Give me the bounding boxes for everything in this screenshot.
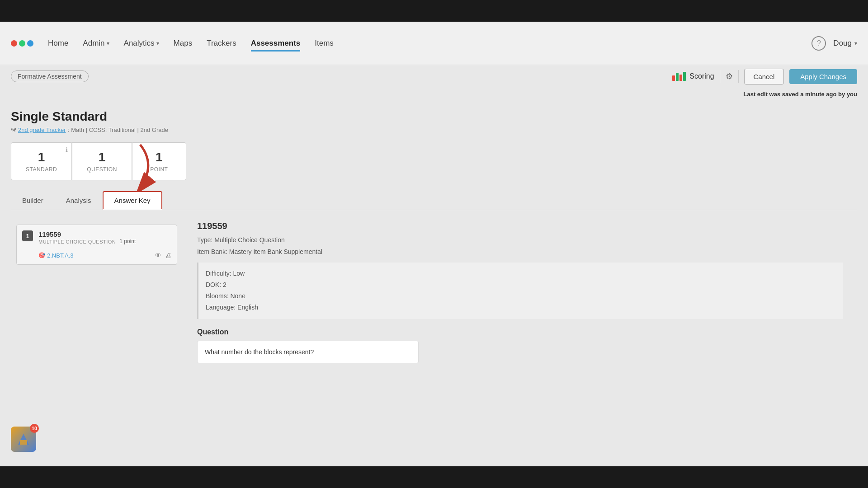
meta-details: Math | CCSS: Traditional | 2nd Grade	[71, 127, 168, 133]
detail-item-bank: Item Bank: Mastery Item Bank Supplementa…	[197, 247, 843, 257]
content-area: 1 119559 MULTIPLE CHOICE QUESTION 1 poin…	[11, 210, 857, 374]
scoring-button[interactable]: Scoring	[672, 72, 714, 81]
bar-1	[672, 75, 675, 81]
bar-3	[679, 75, 682, 81]
question-details: 119559 MULTIPLE CHOICE QUESTION 1 point …	[38, 230, 171, 259]
question-list: 1 119559 MULTIPLE CHOICE QUESTION 1 poin…	[11, 210, 183, 374]
info-icon[interactable]: ℹ	[66, 146, 68, 153]
user-button[interactable]: Doug ▾	[833, 39, 857, 48]
tabs-bar: Builder Analysis Answer Key	[11, 191, 857, 210]
tracker-icon: 🗺	[11, 127, 16, 133]
nav-items: Home Admin ▾ Analytics ▾ Maps Trackers A…	[48, 35, 811, 52]
scoring-label: Scoring	[689, 72, 714, 80]
widget-svg	[16, 432, 31, 446]
last-edit-highlight: a minute ago	[800, 91, 836, 98]
nav-home[interactable]: Home	[48, 35, 68, 52]
svg-rect-2	[20, 440, 27, 445]
nav-right: ? Doug ▾	[811, 36, 857, 51]
question-box: What number do the blocks represent?	[197, 341, 419, 363]
breadcrumb-right: Scoring ⚙ Cancel Apply Changes	[672, 69, 857, 84]
last-edit-bar: Last edit was saved a minute ago by you	[0, 88, 868, 100]
page-title: Single Standard	[11, 109, 857, 124]
widget-badge: 10	[30, 424, 39, 433]
user-chevron-icon: ▾	[854, 40, 857, 47]
bottom-black-bar	[0, 466, 868, 488]
nav-items[interactable]: Items	[315, 35, 334, 52]
detail-dok: DOK: 2	[206, 279, 835, 291]
detail-blooms: Blooms: None	[206, 291, 835, 302]
divider-2	[738, 70, 739, 83]
eye-icon[interactable]: 👁	[155, 252, 161, 259]
question-points: 1 point	[119, 238, 136, 244]
tab-answer-key[interactable]: Answer Key	[103, 191, 162, 210]
stat-label-standard: STANDARD	[26, 166, 57, 173]
apply-changes-button[interactable]: Apply Changes	[789, 69, 857, 84]
stat-point: 1 POINT	[132, 142, 186, 180]
logo-dot-red	[11, 40, 17, 47]
stat-number-question: 1	[87, 150, 117, 164]
bar-4	[683, 72, 686, 81]
cancel-button[interactable]: Cancel	[744, 69, 784, 84]
question-detail: 119559 Type: Multiple Choice Question It…	[183, 210, 857, 374]
stat-label-point: POINT	[147, 166, 171, 173]
top-black-bar	[0, 0, 868, 22]
tab-analysis[interactable]: Analysis	[55, 192, 103, 209]
detail-language: Language: English	[206, 302, 835, 313]
nav-admin[interactable]: Admin ▾	[83, 35, 109, 52]
tracker-link[interactable]: 2nd grade Tracker	[18, 127, 66, 133]
question-actions: 👁 🖨	[155, 252, 171, 259]
detail-type: Type: Multiple Choice Question	[197, 235, 843, 245]
question-number: 1	[22, 230, 33, 241]
breadcrumb-tag[interactable]: Formative Assessment	[11, 70, 89, 82]
detail-id: 119559	[197, 221, 843, 231]
logo-dot-green	[19, 40, 25, 47]
meta-separator: :	[68, 127, 70, 133]
navbar: Home Admin ▾ Analytics ▾ Maps Trackers A…	[0, 22, 868, 65]
logo[interactable]	[11, 40, 33, 47]
question-section-title: Question	[197, 328, 843, 336]
stat-label-question: QUESTION	[87, 166, 117, 173]
divider-1	[720, 70, 720, 83]
last-edit-text: Last edit was saved a minute ago by you	[744, 91, 857, 98]
stat-number-standard: 1	[26, 150, 57, 164]
question-id: 119559	[38, 230, 171, 238]
logo-dot-blue	[27, 40, 33, 47]
scoring-bars	[672, 72, 686, 81]
stats-row: ℹ 1 STANDARD 1 QUESTION 1 POINT	[11, 142, 857, 180]
main-content: Single Standard 🗺 2nd grade Tracker : Ma…	[0, 100, 868, 383]
admin-chevron-icon: ▾	[107, 40, 109, 47]
user-name: Doug	[833, 39, 852, 48]
detail-properties: Difficulty: Low DOK: 2 Blooms: None Lang…	[197, 263, 843, 319]
help-icon[interactable]: ?	[811, 36, 826, 51]
nav-assessments[interactable]: Assessments	[251, 35, 301, 52]
tab-builder[interactable]: Builder	[11, 192, 55, 209]
stat-number-point: 1	[147, 150, 171, 164]
breadcrumb-bar: Formative Assessment Scoring ⚙ Cancel Ap…	[0, 65, 868, 88]
print-icon[interactable]: 🖨	[165, 252, 171, 259]
gear-icon[interactable]: ⚙	[726, 71, 733, 81]
widget-icon: 10	[11, 427, 36, 452]
detail-difficulty: Difficulty: Low	[206, 268, 835, 279]
floating-widget[interactable]: 10	[11, 427, 36, 452]
nav-trackers[interactable]: Trackers	[207, 35, 236, 52]
analytics-chevron-icon: ▾	[156, 40, 159, 47]
nav-maps[interactable]: Maps	[174, 35, 193, 52]
nav-analytics[interactable]: Analytics ▾	[124, 35, 159, 52]
stat-question: 1 QUESTION	[72, 142, 132, 180]
bar-2	[676, 73, 679, 81]
question-text: What number do the blocks represent?	[205, 348, 411, 356]
stat-standard: ℹ 1 STANDARD	[11, 142, 72, 180]
question-standard: 🎯 2.NBT.A.3	[38, 252, 74, 259]
standard-icon: 🎯	[38, 252, 45, 258]
page-meta: 🗺 2nd grade Tracker : Math | CCSS: Tradi…	[11, 127, 857, 133]
question-type: MULTIPLE CHOICE QUESTION	[38, 239, 116, 244]
question-item[interactable]: 1 119559 MULTIPLE CHOICE QUESTION 1 poin…	[16, 225, 177, 265]
